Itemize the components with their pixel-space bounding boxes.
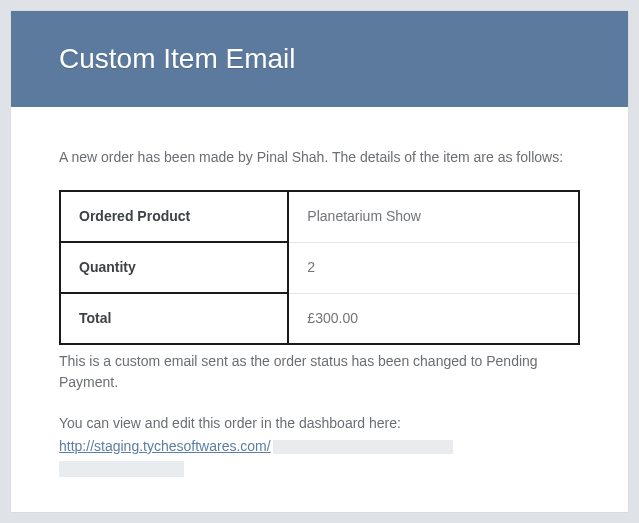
email-title: Custom Item Email xyxy=(59,43,580,75)
email-header: Custom Item Email xyxy=(11,11,628,107)
dashboard-link[interactable]: http://staging.tychesoftwares.com/ xyxy=(59,438,271,454)
table-row: Ordered Product Planetarium Show xyxy=(60,191,579,242)
quantity-value: 2 xyxy=(288,242,579,293)
page-background: Custom Item Email A new order has been m… xyxy=(0,0,639,523)
redacted-text xyxy=(59,461,184,477)
total-label: Total xyxy=(60,293,288,344)
ordered-product-label: Ordered Product xyxy=(60,191,288,242)
view-prompt: You can view and edit this order in the … xyxy=(59,413,580,434)
redacted-text xyxy=(273,440,453,454)
order-details-table: Ordered Product Planetarium Show Quantit… xyxy=(59,190,580,345)
ordered-product-value: Planetarium Show xyxy=(288,191,579,242)
status-note: This is a custom email sent as the order… xyxy=(59,351,580,393)
table-row: Total £300.00 xyxy=(60,293,579,344)
link-line: http://staging.tychesoftwares.com/ xyxy=(59,436,580,477)
email-body: A new order has been made by Pinal Shah.… xyxy=(11,107,628,501)
quantity-label: Quantity xyxy=(60,242,288,293)
table-row: Quantity 2 xyxy=(60,242,579,293)
total-value: £300.00 xyxy=(288,293,579,344)
email-container: Custom Item Email A new order has been m… xyxy=(10,10,629,513)
intro-text: A new order has been made by Pinal Shah.… xyxy=(59,147,580,168)
